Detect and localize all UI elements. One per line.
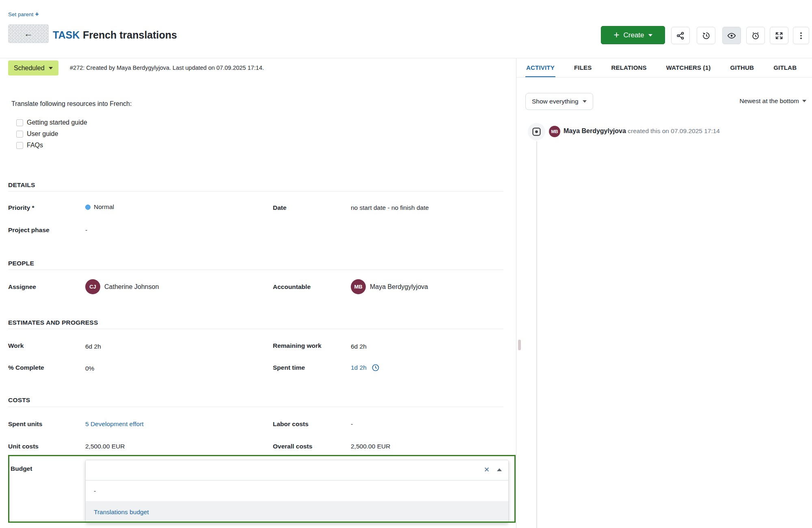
watch-button[interactable] (722, 27, 741, 44)
more-menu-button[interactable] (793, 27, 809, 44)
unit-costs-value[interactable]: 2,500.00 EUR (85, 443, 125, 450)
overall-costs-value[interactable]: 2,500.00 EUR (351, 443, 390, 450)
project-phase-value[interactable]: - (85, 226, 87, 234)
people-heading: PEOPLE (8, 260, 34, 267)
labor-costs-label: Labor costs (273, 420, 309, 428)
detail-tabs: ACTIVITY FILES RELATIONS WATCHERS (1) GI… (525, 62, 812, 78)
budget-select: ✕ - Translations budget (85, 460, 509, 523)
tab-watchers[interactable]: WATCHERS (1) (665, 62, 712, 78)
spent-time-value: 1d 2h (351, 364, 380, 372)
remaining-work-value[interactable]: 6d 2h (351, 343, 367, 350)
set-parent-link[interactable]: Set parent + (8, 11, 39, 18)
spent-units-link[interactable]: 5 Development effort (85, 420, 144, 428)
log-time-clock-icon[interactable] (371, 364, 380, 372)
budget-search-input[interactable] (86, 460, 508, 480)
chevron-down-icon (802, 100, 806, 102)
panel-divider (516, 58, 516, 528)
avatar: CJ (85, 279, 100, 294)
checkbox[interactable] (16, 119, 23, 126)
page-title[interactable]: French translations (83, 29, 177, 41)
activity-event-marker (528, 123, 545, 140)
tab-activity[interactable]: ACTIVITY (525, 62, 555, 78)
share-icon (676, 31, 685, 40)
divider (8, 329, 503, 329)
percent-complete-value[interactable]: 0% (85, 365, 94, 372)
spent-time-link[interactable]: 1d 2h (351, 364, 367, 371)
kebab-menu-icon (797, 31, 806, 40)
budget-option-empty[interactable]: - (86, 481, 508, 502)
back-arrow-icon: ← (24, 29, 33, 38)
fullscreen-button[interactable] (770, 27, 788, 44)
header-divider (0, 58, 812, 58)
assignee-value[interactable]: CJ Catherine Johnson (85, 279, 159, 294)
checklist-label: User guide (27, 130, 58, 138)
chevron-up-icon[interactable] (497, 468, 502, 471)
avatar: MB (549, 126, 560, 137)
priority-dot-icon (85, 205, 91, 210)
work-package-type-label[interactable]: TASK (53, 29, 80, 41)
overall-costs-label: Overall costs (273, 443, 312, 450)
checklist-label: FAQs (27, 142, 43, 149)
avatar: MB (351, 279, 366, 294)
details-heading: DETAILS (8, 181, 35, 189)
activity-sort-dropdown[interactable]: Newest at the bottom (740, 97, 806, 105)
set-parent-label: Set parent (8, 11, 33, 17)
divider (8, 407, 503, 407)
back-button[interactable]: ← (8, 24, 49, 43)
scrollbar-thumb[interactable] (518, 340, 521, 350)
activity-filter-dropdown[interactable]: Show everything (525, 93, 593, 110)
chevron-down-icon (583, 100, 587, 103)
eye-icon (727, 31, 736, 40)
divider (8, 191, 503, 192)
tab-github[interactable]: GITHUB (729, 62, 755, 78)
labor-costs-value[interactable]: - (351, 420, 353, 428)
activity-entry: Maya Berdygylyjova created this on 07.09… (564, 127, 720, 135)
alarm-clock-icon (751, 31, 760, 40)
work-package-page: Set parent + ← TASK French translations … (0, 0, 812, 528)
checklist-item: FAQs (16, 140, 43, 150)
date-value[interactable]: no start date - no finish date (351, 204, 429, 211)
accountable-label: Accountable (273, 283, 311, 291)
tab-relations[interactable]: RELATIONS (610, 62, 647, 78)
checkbox[interactable] (16, 142, 23, 149)
activity-history-button[interactable] (697, 27, 715, 44)
estimates-heading: ESTIMATES AND PROGRESS (8, 319, 98, 326)
project-phase-label: Project phase (8, 226, 50, 234)
plus-icon: + (613, 30, 619, 40)
checklist-label: Getting started guide (27, 119, 87, 126)
percent-complete-label: % Complete (8, 364, 44, 371)
plus-icon: + (35, 11, 39, 18)
tab-gitlab[interactable]: GITLAB (773, 62, 797, 78)
create-button[interactable]: + Create (601, 26, 665, 44)
create-button-label: Create (623, 31, 644, 39)
remaining-work-label: Remaining work (273, 342, 322, 349)
work-package-meta: #272: Created by Maya Berdygylyjova. Las… (70, 65, 264, 71)
journal-entry-icon (531, 126, 542, 137)
activity-timeline-line (536, 141, 537, 528)
chevron-down-icon (648, 34, 652, 37)
activity-filter-label: Show everything (532, 98, 579, 105)
share-button[interactable] (671, 27, 690, 44)
priority-label: Priority * (8, 204, 35, 211)
checkbox[interactable] (16, 131, 23, 138)
tab-files[interactable]: FILES (573, 62, 593, 78)
checklist-item: User guide (16, 129, 58, 139)
status-label: Scheduled (14, 65, 45, 72)
work-value[interactable]: 6d 2h (85, 343, 101, 350)
divider (8, 269, 503, 270)
clear-selection-icon[interactable]: ✕ (484, 466, 490, 474)
spent-units-label: Spent units (8, 420, 42, 428)
description-text[interactable]: Translate following resources into Frenc… (11, 100, 132, 108)
budget-option-translations-budget[interactable]: Translations budget (86, 502, 508, 523)
reminder-button[interactable] (746, 27, 765, 44)
budget-label: Budget (11, 465, 32, 472)
tabs-divider (516, 77, 812, 78)
priority-value[interactable]: Normal (85, 203, 114, 211)
assignee-label: Assignee (8, 283, 36, 291)
status-dropdown[interactable]: Scheduled (8, 60, 58, 75)
activity-action-text: created this on 07.09.2025 17:14 (628, 127, 720, 134)
accountable-value[interactable]: MB Maya Berdygylyjova (351, 279, 428, 294)
activity-user-link[interactable]: Maya Berdygylyjova (564, 127, 626, 134)
spent-time-label: Spent time (273, 364, 305, 371)
checklist-item: Getting started guide (16, 118, 87, 127)
